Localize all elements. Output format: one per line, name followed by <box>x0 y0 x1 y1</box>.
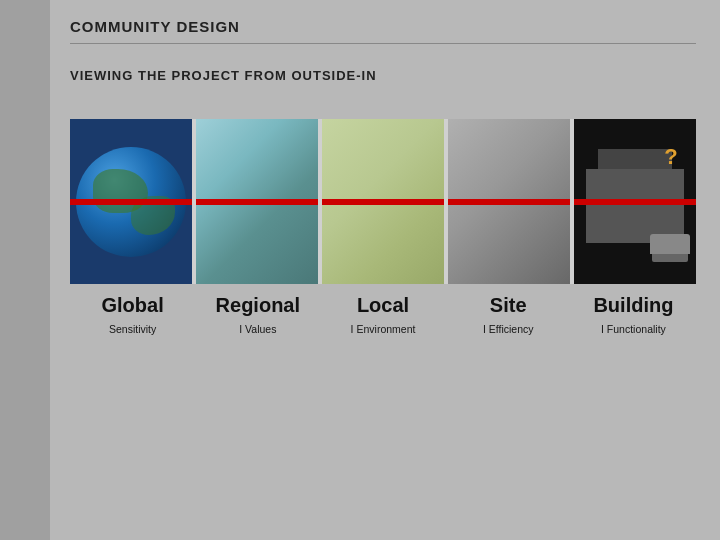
question-mark: ? <box>664 144 677 170</box>
sub-sensitivity: Sensitivity <box>70 323 195 335</box>
label-regional: Regional <box>195 294 320 319</box>
sep-2 <box>318 119 322 284</box>
sep-icon-4: I <box>601 323 604 335</box>
page-title: COMMUNITY DESIGN <box>70 18 696 35</box>
regional-texture <box>196 119 318 284</box>
local-image <box>322 119 444 284</box>
left-sidebar <box>0 0 50 540</box>
sub-values-text: Values <box>245 323 276 335</box>
label-site: Site <box>446 294 571 319</box>
building-roof <box>598 149 671 169</box>
sub-sep-3: I Efficiency <box>446 323 571 335</box>
sub-functionality-text: Functionality <box>607 323 666 335</box>
labels-row: Global Regional Local Site Building <box>70 294 696 319</box>
sub-labels-row: Sensitivity I Values I Environment I Eff… <box>70 323 696 335</box>
sep-icon-3: I <box>483 323 486 335</box>
label-regional-text: Regional <box>195 294 320 317</box>
building-texture: ? <box>574 119 696 284</box>
label-building: Building <box>571 294 696 319</box>
sep-1 <box>192 119 196 284</box>
page: COMMUNITY DESIGN VIEWING THE PROJECT FRO… <box>0 0 720 540</box>
label-local: Local <box>320 294 445 319</box>
earth-land-2 <box>131 196 175 235</box>
local-texture <box>322 119 444 284</box>
earth-image <box>70 119 192 284</box>
main-content: COMMUNITY DESIGN VIEWING THE PROJECT FRO… <box>50 0 720 540</box>
label-building-text: Building <box>571 294 696 317</box>
images-row: ? <box>70 119 696 284</box>
sub-efficiency-text: Efficiency <box>489 323 534 335</box>
title-section: COMMUNITY DESIGN VIEWING THE PROJECT FRO… <box>70 18 696 111</box>
sep-icon-1: I <box>239 323 242 335</box>
sep-icon-2: I <box>351 323 354 335</box>
label-global-text: Global <box>70 294 195 317</box>
sub-environment-text: Environment <box>356 323 415 335</box>
title-divider <box>70 43 696 44</box>
subtitle: VIEWING THE PROJECT FROM OUTSIDE-IN <box>70 68 696 83</box>
sep-3 <box>444 119 448 284</box>
building-image: ? <box>574 119 696 284</box>
sub-sep-1: I Values <box>195 323 320 335</box>
sub-sensitivity-text: Sensitivity <box>109 323 156 335</box>
label-local-text: Local <box>320 294 445 317</box>
building-shape <box>586 169 684 243</box>
site-texture <box>448 119 570 284</box>
earth-circle <box>76 147 186 257</box>
sub-sep-2: I Environment <box>320 323 445 335</box>
vehicle-shape <box>650 234 690 254</box>
label-site-text: Site <box>446 294 571 317</box>
sub-sep-4: I Functionality <box>571 323 696 335</box>
label-global: Global <box>70 294 195 319</box>
regional-image <box>196 119 318 284</box>
sep-4 <box>570 119 574 284</box>
site-image <box>448 119 570 284</box>
